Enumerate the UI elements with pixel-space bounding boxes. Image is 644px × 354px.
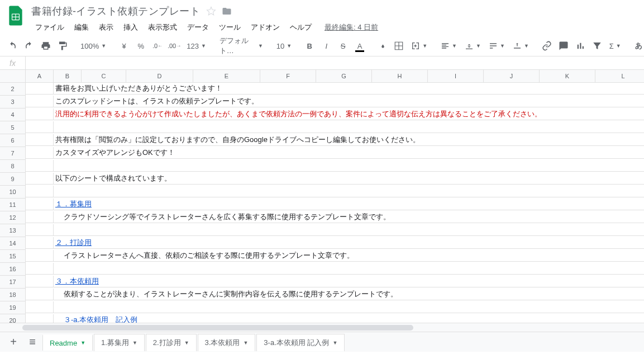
menu-file[interactable]: ファイル — [31, 20, 68, 35]
cell[interactable] — [54, 263, 644, 275]
menu-view[interactable]: 表示 — [95, 20, 117, 35]
column-header[interactable]: B — [54, 70, 82, 83]
text-wrap-dropdown[interactable]: ▼ — [485, 38, 508, 54]
column-header[interactable]: G — [316, 70, 372, 83]
column-header[interactable]: I — [428, 70, 484, 83]
column-header[interactable]: K — [540, 70, 595, 83]
column-header[interactable]: H — [372, 70, 428, 83]
cell[interactable]: イラストレーターさんへ直接、依頼のご相談をする際に使用するテンプレート文章です。 — [54, 250, 644, 262]
row-header[interactable]: 20 — [0, 314, 26, 323]
row-header[interactable]: 3 — [0, 96, 26, 108]
cell-link[interactable]: ２．打診用 — [54, 237, 644, 249]
column-header[interactable]: E — [193, 70, 260, 83]
row-header[interactable]: 8 — [0, 160, 26, 173]
font-dropdown[interactable]: デフォルト…▼ — [216, 38, 266, 54]
menu-format[interactable]: 表示形式 — [144, 20, 181, 35]
cell[interactable]: 汎用的に利用できるよう心がけて作成いたしましたが、あくまで依頼方法の一例であり、… — [54, 108, 644, 120]
select-all-corner[interactable] — [0, 70, 26, 83]
zoom-dropdown[interactable]: 100%▼ — [77, 38, 109, 54]
merge-cells-dropdown[interactable]: ▼ — [408, 38, 431, 54]
sheet-tab-3[interactable]: 3.本依頼用▼ — [198, 334, 256, 351]
menu-help[interactable]: ヘルプ — [286, 20, 316, 35]
borders-icon[interactable] — [391, 38, 407, 54]
row-header[interactable]: 11 — [0, 199, 26, 211]
column-header[interactable]: J — [484, 70, 540, 83]
font-size-dropdown[interactable]: 10▼ — [273, 38, 295, 54]
menu-edit[interactable]: 編集 — [70, 20, 93, 35]
menu-data[interactable]: データ — [183, 20, 213, 35]
row-header[interactable]: 18 — [0, 289, 26, 301]
strikethrough-button[interactable]: S — [335, 38, 351, 54]
add-sheet-button[interactable]: + — [4, 333, 22, 351]
folder-icon[interactable] — [222, 6, 232, 16]
all-sheets-button[interactable]: ≡ — [23, 333, 41, 351]
row-header[interactable]: 5 — [0, 121, 26, 134]
redo-icon[interactable] — [21, 38, 37, 54]
cell[interactable]: カスタマイズやアレンジもOKです！ — [54, 147, 644, 159]
spreadsheet-grid[interactable]: A B C D E F G H I J K L 2書籍をお買い上げいただきありが… — [0, 70, 644, 323]
cell-link[interactable]: ３-a.本依頼用 記入例 — [54, 314, 644, 323]
row-header[interactable]: 10 — [0, 186, 26, 199]
paint-format-icon[interactable] — [55, 38, 70, 54]
horizontal-scrollbar[interactable] — [0, 323, 644, 332]
functions-dropdown[interactable]: Σ▼ — [606, 38, 624, 54]
currency-button[interactable]: ¥ — [116, 38, 132, 54]
h-align-dropdown[interactable]: ▼ — [437, 38, 460, 54]
column-header[interactable]: A — [26, 70, 54, 83]
row-header[interactable]: 12 — [0, 211, 26, 224]
cell[interactable]: このスプレッドシートは、イラストの依頼テンプレートです。 — [54, 96, 644, 107]
insert-link-icon[interactable] — [539, 38, 555, 54]
cell[interactable] — [54, 160, 644, 172]
percent-button[interactable]: % — [133, 38, 149, 54]
cell-link[interactable]: １．募集用 — [54, 199, 644, 210]
fill-color-icon[interactable] — [374, 38, 390, 54]
cell[interactable]: 書籍をお買い上げいただきありがとうございます！ — [54, 83, 644, 95]
v-align-dropdown[interactable]: ▼ — [461, 38, 484, 54]
row-header[interactable]: 2 — [0, 83, 26, 96]
bold-button[interactable]: B — [302, 38, 317, 54]
sheet-tab-2[interactable]: 2.打診用▼ — [146, 334, 197, 351]
decrease-decimal-button[interactable]: .0← — [150, 38, 165, 54]
row-header[interactable]: 14 — [0, 237, 26, 250]
row-header[interactable]: 19 — [0, 301, 26, 314]
row-header[interactable]: 9 — [0, 173, 26, 186]
row-header[interactable]: 13 — [0, 224, 26, 237]
number-format-dropdown[interactable]: 123▼ — [183, 38, 209, 54]
cell[interactable] — [54, 186, 644, 197]
text-color-button[interactable]: A — [352, 38, 368, 54]
column-header[interactable]: L — [595, 70, 644, 83]
input-method-button[interactable]: あ — [631, 38, 644, 54]
column-header[interactable]: D — [126, 70, 193, 83]
cell[interactable] — [54, 301, 644, 313]
menu-addons[interactable]: アドオン — [247, 20, 284, 35]
sheet-tab-1[interactable]: 1.募集用▼ — [94, 334, 145, 351]
cell[interactable]: クラウドソーシング等でイラストレーターさんを広く募集する際に使用するテンプレート… — [54, 211, 644, 223]
row-header[interactable]: 16 — [0, 263, 26, 276]
row-header[interactable]: 6 — [0, 134, 26, 147]
increase-decimal-button[interactable]: .00→ — [166, 38, 182, 54]
last-edit-link[interactable]: 最終編集: 4 日前 — [325, 22, 378, 32]
row-header[interactable]: 4 — [0, 108, 26, 121]
column-header[interactable]: C — [82, 70, 126, 83]
star-icon[interactable] — [206, 6, 216, 16]
cell[interactable]: 共有権限は「閲覧のみ」に設定しておりますので、自身のGoogleドライブへコピー… — [54, 134, 644, 146]
cell[interactable] — [54, 224, 644, 236]
sheet-tab-3a[interactable]: 3-a.本依頼用 記入例▼ — [256, 334, 345, 351]
insert-comment-icon[interactable] — [556, 38, 571, 54]
document-title[interactable]: 書籍付録-イラスト依頼テンプレート — [31, 4, 201, 18]
text-rotation-dropdown[interactable]: ▼ — [509, 38, 532, 54]
filter-icon[interactable] — [589, 38, 605, 54]
print-icon[interactable] — [38, 38, 54, 54]
undo-icon[interactable] — [4, 38, 20, 54]
row-header[interactable]: 15 — [0, 250, 26, 263]
cell-link[interactable]: ３．本依頼用 — [54, 276, 644, 287]
cell[interactable] — [54, 121, 644, 133]
formula-input[interactable] — [26, 56, 644, 69]
italic-button[interactable]: I — [318, 38, 334, 54]
menu-insert[interactable]: 挿入 — [120, 20, 142, 35]
row-header[interactable]: 7 — [0, 147, 26, 160]
cell[interactable]: 依頼することが決まり、イラストレーターさんに実制作内容を伝える際に使用するテンプ… — [54, 289, 644, 300]
column-header[interactable]: F — [260, 70, 316, 83]
insert-chart-icon[interactable] — [573, 38, 588, 54]
menu-tools[interactable]: ツール — [215, 20, 245, 35]
